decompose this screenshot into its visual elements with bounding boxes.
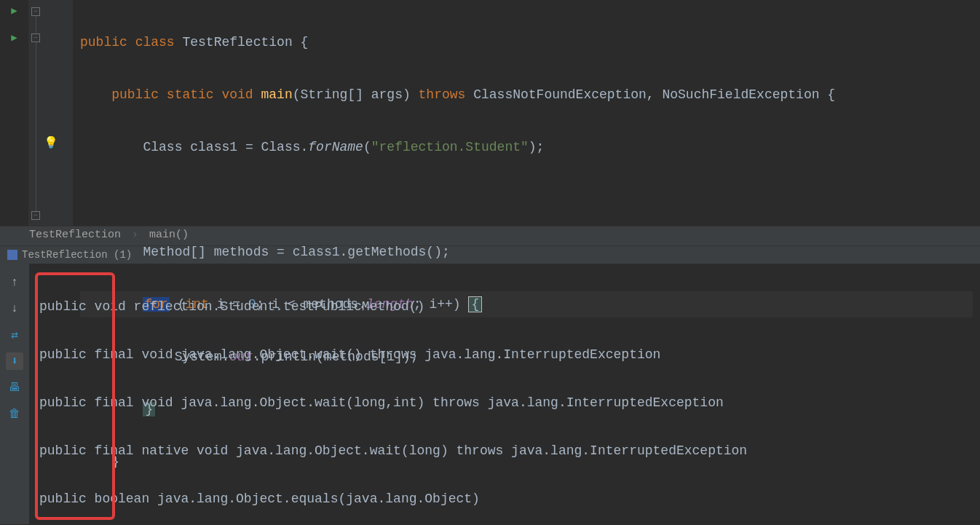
console-line: public void reflection.Student.testPubli… [39,295,970,319]
fold-toggle-icon[interactable]: − [31,7,40,16]
keyword: void [221,87,253,102]
brace: { [301,35,309,50]
console-toolbar: ↑ ↓ ⇄ ⬇ 🖶 🗑 [0,264,29,524]
variable: class1 [190,140,237,154]
console-output[interactable]: public void reflection.Student.testPubli… [29,264,980,524]
variable: methods [214,245,269,259]
soft-wrap-icon[interactable]: ⇄ [6,326,23,344]
run-gutter: ▶ ▶ [0,0,29,226]
exception: NoSuchFieldException [662,87,819,102]
type: Class [143,140,182,154]
fold-toggle-icon[interactable]: − [31,33,40,42]
console-line: public final native void java.lang.Objec… [39,439,970,463]
down-stacktrace-icon[interactable]: ↓ [6,300,23,317]
static-method: forName [308,140,363,154]
keyword: public [80,35,127,50]
code-content[interactable]: public class TestReflection { public sta… [73,0,980,226]
keyword: static [167,87,214,102]
type: Method[] [143,245,205,259]
keyword: throws [419,87,466,102]
fold-toggle-icon[interactable]: − [31,211,40,220]
fold-gutter: − − − 💡 [29,0,73,226]
clear-all-icon[interactable]: 🗑 [6,405,23,422]
string-literal: "reflection.Student" [371,140,529,154]
keyword: class [135,35,175,50]
params: (String[] args) [293,87,411,102]
up-stacktrace-icon[interactable]: ↑ [6,274,23,291]
run-line-icon[interactable]: ▶ [0,4,28,17]
scroll-to-end-icon[interactable]: ⬇ [6,352,23,370]
brace: { [827,87,835,102]
keyword: public [111,87,159,102]
console-line: public final void java.lang.Object.wait(… [39,343,970,367]
code-editor[interactable]: ▶ ▶ − − − 💡 public class TestReflection … [0,0,980,226]
intention-bulb-icon[interactable]: 💡 [44,135,58,150]
run-line-icon[interactable]: ▶ [0,31,28,44]
classname: TestReflection [182,35,292,50]
print-icon[interactable]: 🖶 [6,379,23,396]
run-config-icon [7,250,17,260]
console-panel: ↑ ↓ ⇄ ⬇ 🖶 🗑 public void reflection.Stude… [0,264,980,524]
exception: ClassNotFoundException [473,87,647,102]
method-name: main [261,87,293,102]
console-line: public final void java.lang.Object.wait(… [39,391,970,415]
console-line: public boolean java.lang.Object.equals(j… [39,487,970,511]
type: Class. [261,140,309,154]
method-call: class1.getMethods(); [293,245,450,259]
